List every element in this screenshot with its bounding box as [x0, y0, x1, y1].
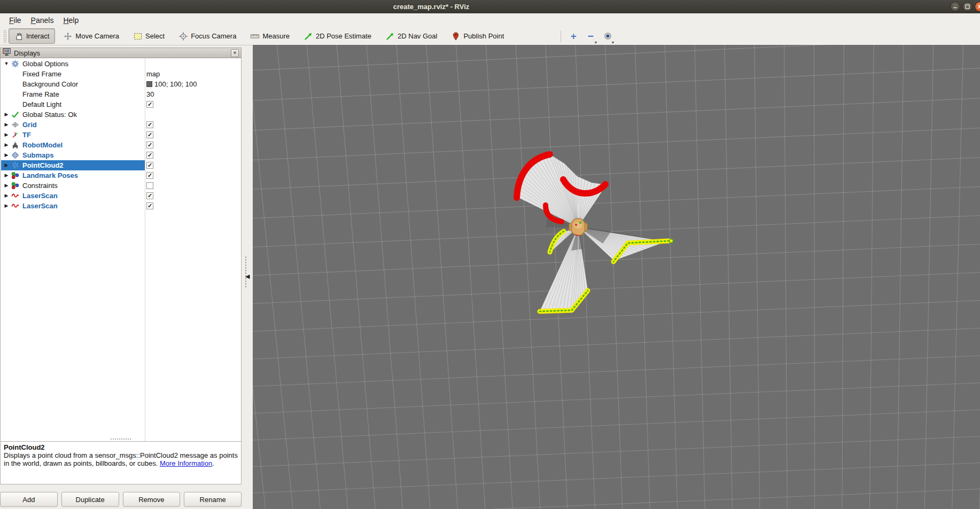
menu-help[interactable]: Help: [58, 14, 83, 26]
expander-collapsed-icon[interactable]: ▶: [3, 201, 10, 211]
row-label: Default Light: [22, 99, 61, 109]
row-value[interactable]: ✓: [146, 99, 153, 109]
toolbar-drag-handle[interactable]: [3, 30, 7, 43]
row-value[interactable]: ✓: [146, 120, 153, 130]
tool-interact[interactable]: Interact: [9, 28, 55, 44]
visibility-checkbox[interactable]: ✓: [146, 162, 153, 169]
expander-collapsed-icon[interactable]: ▶: [3, 160, 10, 170]
tree-row-background-color[interactable]: Background Color100; 100; 100: [1, 79, 241, 89]
tool-focus-camera[interactable]: Focus Camera: [173, 28, 242, 44]
description-title: PointCloud2: [4, 443, 45, 451]
row-value[interactable]: 100; 100; 100: [146, 79, 197, 89]
row-value[interactable]: ✓: [146, 130, 153, 140]
visibility-checkbox[interactable]: ✓: [146, 202, 153, 209]
expander-collapsed-icon[interactable]: ▶: [3, 181, 10, 191]
remove-button[interactable]: Remove: [123, 492, 181, 507]
visibility-checkbox[interactable]: [146, 182, 153, 189]
duplicate-button[interactable]: Duplicate: [61, 492, 119, 507]
row-value[interactable]: [146, 181, 153, 191]
menu-file[interactable]: File: [4, 14, 26, 26]
scene-overlay: [253, 45, 980, 509]
panel-viewport-splitter[interactable]: ◀: [242, 48, 253, 507]
render-viewport-3d[interactable]: [253, 45, 980, 509]
visibility-checkbox[interactable]: ✓: [146, 131, 153, 138]
tree-row-global-options[interactable]: ▼Global Options: [1, 59, 241, 69]
row-label: Submaps: [22, 150, 54, 160]
row-label: Frame Rate: [22, 89, 59, 99]
tree-row-submaps[interactable]: ▶Submaps✓: [1, 150, 241, 160]
menu-panels[interactable]: Panels: [26, 14, 59, 26]
visibility-checkbox[interactable]: ✓: [146, 101, 153, 108]
close-button[interactable]: [975, 2, 980, 12]
expander-collapsed-icon[interactable]: ▶: [3, 170, 10, 181]
robot-right-wheel: [585, 223, 587, 231]
map-pin-icon: [452, 32, 460, 41]
row-value[interactable]: ✓: [146, 201, 153, 211]
visibility-button[interactable]: ▼: [601, 29, 615, 43]
tree-row-robotmodel[interactable]: ▶RobotModel✓: [1, 140, 241, 150]
chain-end-dot: [670, 239, 673, 243]
rename-button[interactable]: Rename: [184, 492, 242, 507]
panel-close-icon[interactable]: ✕: [231, 49, 239, 57]
row-value[interactable]: ✓: [146, 191, 153, 201]
row-value[interactable]: 30: [146, 89, 154, 99]
minimize-button[interactable]: [950, 2, 960, 12]
toolbar-separator: [561, 30, 561, 42]
row-label: Fixed Frame: [22, 69, 61, 79]
tree-row-constraints[interactable]: ▶Constraints: [1, 181, 241, 191]
visibility-checkbox[interactable]: ✓: [146, 121, 153, 128]
expander-collapsed-icon[interactable]: ▶: [3, 150, 10, 160]
tree-row-frame-rate[interactable]: Frame Rate30: [1, 89, 241, 99]
tree-row-fixed-frame[interactable]: Fixed Framemap: [1, 69, 241, 79]
tree-row-pointcloud2[interactable]: ▶PointCloud2✓: [1, 160, 241, 170]
row-label: Background Color: [22, 79, 78, 89]
robot-left-wheel: [569, 223, 572, 231]
tool-select[interactable]: Select: [128, 28, 170, 44]
tool-2d-pose-estimate[interactable]: 2D Pose Estimate: [298, 28, 377, 44]
row-value[interactable]: ✓: [146, 170, 153, 181]
expander-open-icon[interactable]: ▼: [3, 59, 10, 69]
add-tool-button[interactable]: +: [566, 29, 580, 43]
remove-tool-button[interactable]: −▼: [584, 29, 597, 43]
more-information-link[interactable]: More Information: [160, 459, 212, 467]
tree-row-tf[interactable]: ▶TF✓: [1, 130, 241, 140]
tree-row-laserscan[interactable]: ▶LaserScan✓: [1, 201, 241, 211]
row-value[interactable]: ✓: [146, 160, 153, 170]
tree-row-default-light[interactable]: Default Light✓: [1, 99, 241, 109]
visibility-checkbox[interactable]: ✓: [146, 142, 153, 148]
tree-row-global-status-ok[interactable]: ▶Global Status: Ok: [1, 109, 241, 120]
visibility-icon: [603, 32, 612, 41]
laser-scan-icon: [11, 202, 19, 210]
expander-collapsed-icon[interactable]: ▶: [3, 140, 10, 150]
splitter-grip[interactable]: [245, 256, 247, 288]
tool-publish-point[interactable]: Publish Point: [446, 28, 510, 44]
maximize-button[interactable]: [962, 2, 973, 12]
gear-icon: [11, 60, 19, 68]
displays-panel-header[interactable]: Displays ✕: [0, 48, 242, 58]
panel-splitter-handle[interactable]: [110, 438, 131, 441]
row-value[interactable]: ✓: [146, 140, 153, 150]
expander-collapsed-icon[interactable]: ▶: [3, 109, 10, 120]
visibility-checkbox[interactable]: ✓: [146, 172, 153, 179]
visibility-checkbox[interactable]: ✓: [146, 152, 153, 159]
collapse-panel-arrow-icon[interactable]: ◀: [245, 273, 250, 280]
visibility-checkbox[interactable]: ✓: [146, 192, 153, 199]
tree-row-laserscan[interactable]: ▶LaserScan✓: [1, 191, 241, 201]
tool-move-camera[interactable]: Move Camera: [58, 28, 125, 44]
expander-collapsed-icon[interactable]: ▶: [3, 120, 10, 130]
tree-row-grid[interactable]: ▶Grid✓: [1, 120, 241, 130]
tool-2d-nav-goal[interactable]: 2D Nav Goal: [380, 28, 443, 44]
move-camera-icon: [64, 32, 72, 41]
title-bar[interactable]: create_map.rviz* - RViz: [0, 0, 980, 14]
green-arrow-icon: [386, 32, 394, 41]
expander-collapsed-icon[interactable]: ▶: [3, 191, 10, 201]
row-value[interactable]: map: [146, 69, 160, 79]
tree-row-landmark-poses[interactable]: ▶Landmark Poses✓: [1, 170, 241, 181]
expander-collapsed-icon[interactable]: ▶: [3, 130, 10, 140]
tool-measure[interactable]: Measure: [245, 28, 295, 44]
add-button[interactable]: Add: [0, 492, 58, 507]
display-action-buttons: AddDuplicateRemoveRename: [0, 492, 242, 506]
row-label: Global Options: [22, 59, 68, 69]
row-value[interactable]: ✓: [146, 150, 153, 160]
row-label: Grid: [22, 120, 37, 130]
